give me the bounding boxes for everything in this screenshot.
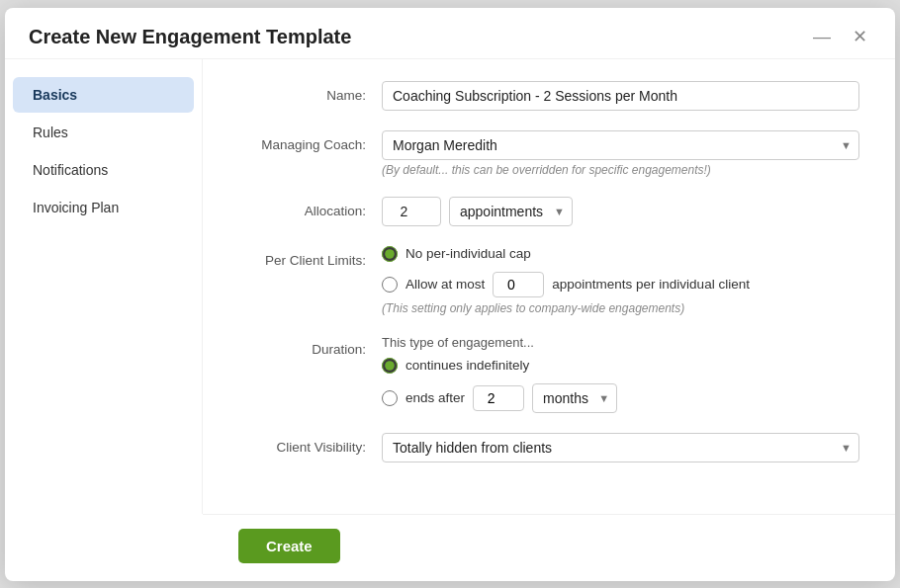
company-wide-hint: (This setting only applies to company-wi… [382, 301, 859, 315]
allocation-unit-wrap: appointments sessions hours ▼ [449, 197, 573, 226]
no-cap-row: No per-individual cap [382, 246, 859, 262]
client-visibility-row: Client Visibility: Totally hidden from c… [238, 433, 859, 462]
modal-header: Create New Engagement Template — ✕ [5, 8, 895, 59]
duration-type-text: This type of engagement... [382, 335, 859, 350]
ends-after-input[interactable] [473, 385, 524, 411]
allocation-row: Allocation: appointments sessions hours … [238, 197, 859, 226]
client-visibility-label: Client Visibility: [238, 433, 382, 455]
ends-after-radio[interactable] [382, 390, 398, 406]
duration-wrap: This type of engagement... continues ind… [382, 335, 859, 413]
minimize-button[interactable]: — [809, 26, 835, 47]
managing-coach-hint: (By default... this can be overridden fo… [382, 163, 859, 177]
allow-at-most-radio[interactable] [382, 277, 398, 293]
name-input[interactable] [382, 81, 859, 111]
duration-label: Duration: [238, 335, 382, 357]
content-area: Name: Managing Coach: Morgan Meredith ▼ … [203, 59, 895, 514]
allocation-label: Allocation: [238, 197, 382, 218]
sidebar-item-notifications[interactable]: Notifications [13, 152, 194, 188]
no-cap-label: No per-individual cap [405, 246, 531, 261]
allow-at-most-row: Allow at most appointments per individua… [382, 272, 859, 297]
allocation-controls: appointments sessions hours ▼ [382, 197, 859, 226]
sidebar: Basics Rules Notifications Invoicing Pla… [5, 59, 203, 514]
continues-radio[interactable] [382, 358, 398, 374]
modal-body: Basics Rules Notifications Invoicing Pla… [5, 59, 895, 514]
continues-label: continues indefinitely [405, 358, 529, 373]
per-client-radio-group: No per-individual cap Allow at most appo… [382, 246, 859, 297]
modal-footer: Create [203, 514, 895, 581]
per-client-limits-row: Per Client Limits: No per-individual cap… [238, 246, 859, 315]
sidebar-item-invoicing[interactable]: Invoicing Plan [13, 190, 194, 225]
sidebar-item-rules[interactable]: Rules [13, 115, 194, 150]
allocation-wrap: appointments sessions hours ▼ [382, 197, 859, 226]
managing-coach-label: Managing Coach: [238, 130, 382, 152]
modal: Create New Engagement Template — ✕ Basic… [5, 8, 895, 581]
allocation-unit-select[interactable]: appointments sessions hours [449, 197, 573, 226]
ends-after-row: ends after months weeks days ▼ [382, 383, 859, 413]
appointments-per-client-label: appointments per individual client [552, 277, 750, 292]
managing-coach-row: Managing Coach: Morgan Meredith ▼ (By de… [238, 130, 859, 177]
managing-coach-wrap: Morgan Meredith ▼ (By default... this ca… [382, 130, 859, 177]
managing-coach-select[interactable]: Morgan Meredith [382, 130, 859, 160]
no-cap-radio[interactable] [382, 246, 398, 262]
per-client-limits-wrap: No per-individual cap Allow at most appo… [382, 246, 859, 315]
ends-after-unit-select[interactable]: months weeks days [532, 383, 617, 413]
close-button[interactable]: ✕ [849, 26, 871, 47]
continues-row: continues indefinitely [382, 358, 859, 374]
ends-after-unit-wrap: months weeks days ▼ [532, 383, 617, 413]
client-visibility-select[interactable]: Totally hidden from clients Visible to c… [382, 433, 859, 462]
duration-radio-group: continues indefinitely ends after months… [382, 358, 859, 413]
name-label: Name: [238, 81, 382, 103]
duration-row: Duration: This type of engagement... con… [238, 335, 859, 413]
name-row: Name: [238, 81, 859, 111]
allow-at-most-label: Allow at most [405, 277, 485, 292]
client-visibility-wrap: Totally hidden from clients Visible to c… [382, 433, 859, 462]
allow-at-most-input[interactable] [493, 272, 544, 297]
ends-after-label: ends after [405, 390, 465, 405]
create-button[interactable]: Create [238, 529, 340, 563]
sidebar-item-basics[interactable]: Basics [13, 77, 194, 113]
name-field-wrap [382, 81, 859, 111]
allocation-input[interactable] [382, 197, 441, 226]
per-client-limits-label: Per Client Limits: [238, 246, 382, 268]
header-controls: — ✕ [809, 26, 871, 47]
modal-title: Create New Engagement Template [29, 26, 351, 48]
